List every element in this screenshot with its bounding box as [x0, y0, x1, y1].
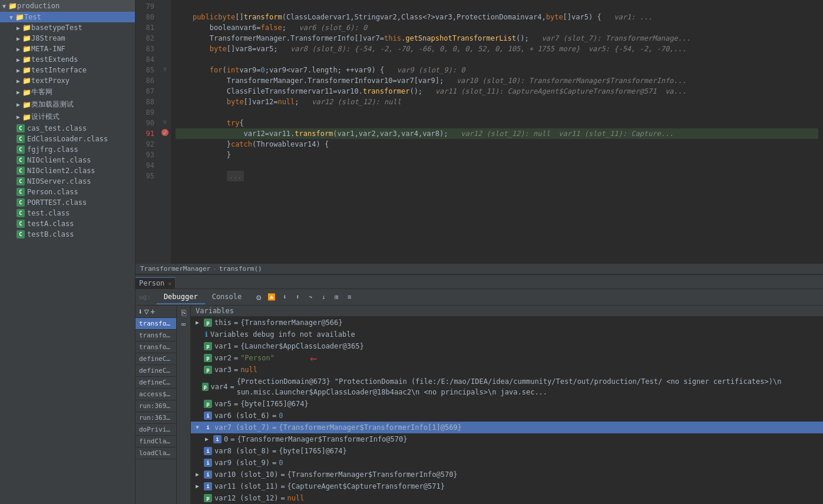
var-row-var2[interactable]: p var2 = "Person" ←: [191, 352, 823, 364]
folder-label: 牛客网: [31, 87, 52, 97]
sidebar-item-nioclient2[interactable]: C NIOclient2.class: [0, 165, 135, 176]
expand-icon: ▼: [196, 422, 201, 433]
file-label: testB.class: [27, 230, 74, 238]
session-item-0[interactable]: transfo...: [135, 318, 176, 330]
tab-person[interactable]: Person ✕: [135, 277, 176, 289]
var-equals: =: [272, 457, 276, 468]
tab-console[interactable]: Console: [205, 290, 249, 304]
expand-icon: [196, 382, 200, 392]
line-num-92: 92: [135, 139, 154, 150]
class-icon: C: [16, 220, 25, 228]
var-row-var8[interactable]: i var8 (slot_8) = {byte[1765]@674}: [191, 445, 823, 457]
btn-nav-down[interactable]: ⬇: [138, 307, 143, 316]
btn-copy[interactable]: ⎘: [181, 308, 186, 317]
tab-close-icon[interactable]: ✕: [168, 280, 171, 287]
btn-filter[interactable]: ▽: [144, 307, 148, 316]
var-row-var12[interactable]: p var12 (slot_12) = null: [191, 492, 823, 504]
sidebar-item-testinterface[interactable]: ▶ 📁 testInterface: [0, 65, 135, 75]
expand-icon: [196, 446, 201, 456]
btn-step-into[interactable]: ↓: [318, 292, 329, 303]
var-row-this[interactable]: ▶ p this = {TransformerManager@566}: [191, 317, 823, 329]
sidebar-item-test[interactable]: ▼ 📁 Test: [0, 12, 135, 22]
fold-icon-85[interactable]: ▽: [163, 66, 167, 72]
var-name: var9 (slot_9): [214, 457, 270, 468]
expand-icon: [196, 364, 201, 375]
session-item-7[interactable]: run:369...: [135, 400, 176, 412]
sidebar-item-classloader-test[interactable]: ▶ 📁 类加载器测试: [0, 98, 135, 111]
info-icon: ℹ: [205, 329, 208, 340]
sidebar-item-j8stream[interactable]: ▶ 📁 J8Stream: [0, 33, 135, 44]
sidebar-item-basetypetest[interactable]: ▶ 📁 basetypeTest: [0, 22, 135, 33]
session-item-9[interactable]: doPrivil...: [135, 424, 176, 436]
sidebar-item-nioclient[interactable]: C NIOclient.class: [0, 155, 135, 165]
folder-label: basetypeTest: [31, 24, 82, 32]
btn-up[interactable]: ⬆: [292, 292, 303, 303]
code-line-93: }: [176, 150, 818, 160]
line-num-95: 95: [135, 171, 154, 181]
sidebar-item-meta-inf[interactable]: ▶ 📁 META-INF: [0, 44, 135, 54]
btn-add[interactable]: +: [150, 307, 155, 316]
var-value: null: [287, 493, 305, 503]
class-icon: C: [16, 135, 25, 143]
var-row-var9[interactable]: i var9 (slot_9) = 0: [191, 457, 823, 469]
var-row-var7[interactable]: ▼ i var7 (slot_7) = {TransformerManager$…: [191, 422, 823, 433]
var-row-var10[interactable]: ▶ i var10 (slot_10) = {TransformerManage…: [191, 469, 823, 480]
sidebar-item-fgjfrg[interactable]: C fgjfrg.class: [0, 144, 135, 155]
file-label: PORTTEST.class: [27, 198, 87, 207]
sidebar-item-testb[interactable]: C testB.class: [0, 229, 135, 240]
breakpoint-dot-91[interactable]: ✓: [161, 129, 168, 136]
sidebar-root-production[interactable]: ▼ 📁 production: [0, 0, 135, 12]
var-row-var3[interactable]: p var3 = null: [191, 364, 823, 376]
session-item-4[interactable]: defineC...: [135, 365, 176, 377]
btn-restore[interactable]: 🔼: [266, 292, 277, 303]
var-row-var4[interactable]: p var4 = {ProtectionDomain@673} "Protect…: [191, 376, 823, 398]
sidebar-item-textproxy[interactable]: ▶ 📁 textProxy: [0, 75, 135, 86]
code-line-88: byte[] var12 = null; var12 (slot_12): nu…: [176, 97, 818, 107]
session-item-8[interactable]: run:363...: [135, 412, 176, 424]
session-item-10[interactable]: findCla...: [135, 436, 176, 447]
var-row-var5[interactable]: p var5 = {byte[1765]@674}: [191, 398, 823, 410]
sidebar-item-niuke[interactable]: ▶ 📁 牛客网: [0, 86, 135, 98]
btn-table[interactable]: ⊞: [331, 292, 342, 303]
sidebar-item-edclassloader[interactable]: C EdClassLoader.class: [0, 134, 135, 144]
btn-settings[interactable]: ⚙: [253, 292, 264, 303]
file-label: testA.class: [27, 220, 74, 228]
fold-icon-90[interactable]: ▽: [163, 119, 167, 125]
btn-down[interactable]: ⬇: [279, 292, 290, 303]
var-row-var7-0[interactable]: ▶ i 0 = {TransformerManager$TransformerI…: [191, 433, 823, 445]
sidebar-item-design-pattern[interactable]: ▶ 📁 设计模式: [0, 111, 135, 123]
sidebar-item-porttest[interactable]: C PORTTEST.class: [0, 197, 135, 208]
folder-icon: 📁: [22, 34, 31, 42]
var-row-var11[interactable]: ▶ i var11 (slot_11) = {CaptureAgent$Capt…: [191, 480, 823, 492]
sidebar-item-testextends[interactable]: ▶ 📁 testExtends: [0, 54, 135, 65]
session-item-11[interactable]: loadCla...: [135, 447, 176, 459]
line-num-83: 83: [135, 44, 154, 54]
session-item-2[interactable]: transfo...: [135, 341, 176, 353]
folder-label: testExtends: [31, 55, 78, 64]
session-item-6[interactable]: access$...: [135, 389, 176, 400]
folder-icon: 📁: [22, 55, 31, 64]
var-value: {TransformerManager@566}: [240, 317, 342, 328]
sidebar-item-testa[interactable]: C testA.class: [0, 218, 135, 229]
var-name: 0: [224, 434, 228, 445]
line-num-88: 88: [135, 97, 154, 107]
session-item-5[interactable]: defineC...: [135, 377, 176, 389]
session-item-3[interactable]: defineC...: [135, 353, 176, 365]
session-item-1[interactable]: transfo...: [135, 330, 176, 341]
var-row-var6[interactable]: i var6 (slot_6) = 0: [191, 410, 823, 422]
sidebar-item-person[interactable]: C Person.class: [0, 187, 135, 197]
btn-loop[interactable]: ∞: [181, 320, 186, 329]
sidebar-item-test-class[interactable]: C test.class: [0, 208, 135, 218]
expand-icon: ▶: [196, 317, 201, 328]
tab-debugger[interactable]: Debugger: [157, 290, 205, 304]
sidebar-item-cas_test[interactable]: C cas_test.class: [0, 123, 135, 134]
btn-list[interactable]: ≡: [344, 292, 355, 303]
folder-icon: 📁: [22, 113, 31, 121]
var-equals: =: [230, 434, 234, 445]
btn-step-over[interactable]: ↷: [305, 292, 316, 303]
folder-expand-triangle: ▶: [16, 101, 20, 108]
var-row-var1[interactable]: p var1 = {Launcher$AppClassLoader@365}: [191, 340, 823, 352]
expand-icon: ▶: [196, 481, 201, 492]
line-num-86: 86: [135, 75, 154, 86]
sidebar-item-nioserver[interactable]: C NIOServer.class: [0, 176, 135, 187]
